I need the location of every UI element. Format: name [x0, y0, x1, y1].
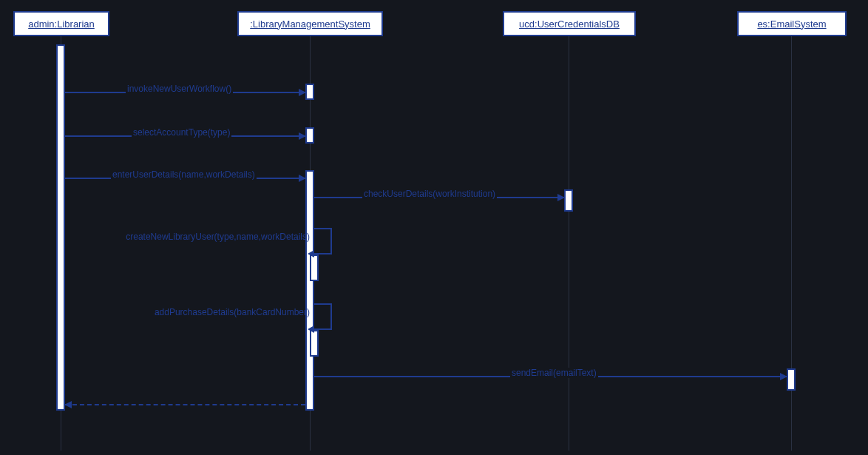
activation-admin: [56, 44, 65, 411]
activation-lms-self-1: [310, 255, 319, 281]
activation-lms-self-2: [310, 330, 319, 357]
message-label: selectAccountType(type): [132, 127, 231, 138]
message-label: sendEmail(emailText): [510, 368, 598, 378]
activation-lms-2: [305, 127, 314, 144]
participant-label: admin:Librarian: [28, 18, 95, 30]
message-label: enterUserDetails(name,workDetails): [111, 169, 257, 180]
participant-admin: admin:Librarian: [13, 11, 109, 36]
activation-lms-3: [305, 170, 314, 411]
participant-ucd: ucd:UserCredentialsDB: [503, 11, 636, 36]
activation-ucd: [564, 189, 573, 212]
lifeline-ucd: [569, 36, 569, 451]
participant-label: es:EmailSystem: [757, 18, 826, 30]
participant-es: es:EmailSystem: [737, 11, 847, 36]
participant-lms: :LibraryManagementSystem: [237, 11, 383, 36]
participant-label: :LibraryManagementSystem: [250, 18, 370, 30]
self-message: [314, 228, 332, 255]
return-arrow: [65, 404, 305, 405]
message-label: createNewLibraryUser(type,name,workDetai…: [126, 232, 310, 242]
message-label: invokeNewUserWorkflow(): [126, 84, 233, 94]
activation-es: [787, 368, 796, 391]
participant-label: ucd:UserCredentialsDB: [519, 18, 620, 30]
message-label: checkUserDetails(workInstitution): [362, 189, 497, 199]
sequence-diagram: admin:Librarian :LibraryManagementSystem…: [0, 0, 868, 455]
message-label: addPurchaseDetails(bankCardNumber): [155, 307, 310, 317]
activation-lms-1: [305, 84, 314, 100]
self-message: [314, 303, 332, 330]
